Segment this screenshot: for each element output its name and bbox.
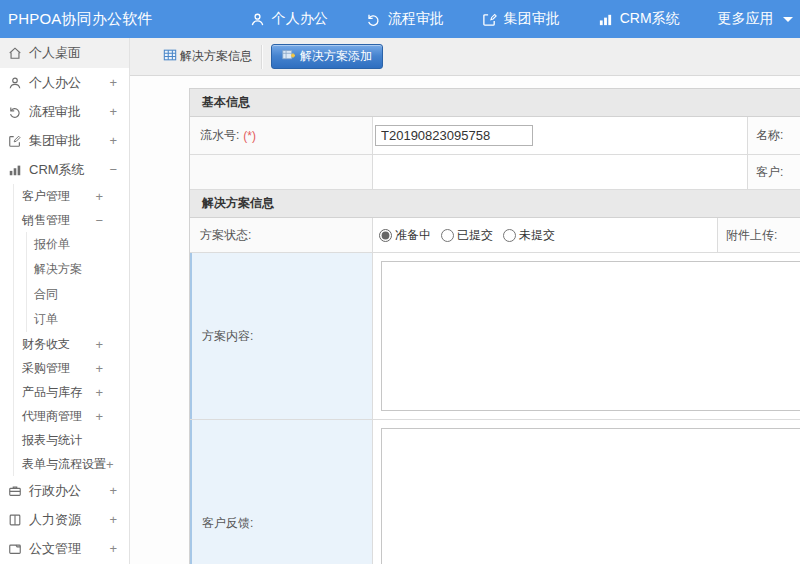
radio-label: 未提交 [519, 227, 555, 244]
radio-label: 准备中 [395, 227, 431, 244]
serial-number-input[interactable] [375, 125, 533, 146]
sidebar-item-document-management[interactable]: 公文管理 + [0, 534, 129, 563]
process-undo-icon [8, 105, 23, 119]
status-field-cell: 准备中 已提交 未提交 [373, 218, 718, 252]
radio-submitted[interactable] [441, 229, 454, 242]
tab-separator [261, 45, 263, 69]
serial-number-field-cell [373, 117, 748, 154]
bar-chart-icon [598, 12, 613, 27]
sidebar-item-personal-office[interactable]: 个人办公 + [0, 68, 129, 97]
sidebar-item-label: 客户管理 [22, 188, 70, 205]
nav-process-approval[interactable]: 流程审批 [347, 0, 463, 38]
expand-icon[interactable]: + [95, 410, 103, 423]
radio-not-submitted[interactable] [503, 229, 516, 242]
sidebar-item-label: 财务收支 [22, 336, 70, 353]
sidebar-item-contract[interactable]: 合同 [27, 282, 129, 307]
serial-number-label-cell: 流水号: (*) [190, 117, 373, 154]
bar-chart-icon [8, 163, 23, 177]
sidebar-item-process-approval[interactable]: 流程审批 + [0, 97, 129, 126]
expand-icon[interactable]: + [109, 513, 117, 526]
sidebar-item-label: 流程审批 [29, 103, 81, 121]
add-record-icon [282, 49, 295, 65]
sidebar-item-label: 个人桌面 [29, 44, 81, 62]
field-label: 流水号: [200, 127, 239, 144]
nav-label: 个人办公 [272, 10, 328, 28]
sidebar-item-sales-management[interactable]: 销售管理 − [14, 208, 129, 232]
sidebar-item-label: 人力资源 [29, 511, 81, 529]
expand-icon[interactable]: + [95, 362, 103, 375]
collapse-icon[interactable]: − [95, 214, 103, 227]
expand-icon[interactable]: + [109, 484, 117, 497]
tab-bar: 解决方案信息 解决方案添加 [130, 38, 800, 76]
sales-submenu: 报价单 解决方案 合同 订单 [26, 232, 129, 332]
sidebar-item-label: 采购管理 [22, 360, 70, 377]
solution-add-button[interactable]: 解决方案添加 [271, 44, 383, 69]
sidebar-item-quotation[interactable]: 报价单 [27, 232, 129, 257]
radio-option-submitted[interactable]: 已提交 [441, 227, 493, 244]
radio-option-not-submitted[interactable]: 未提交 [503, 227, 555, 244]
sidebar-item-purchasing[interactable]: 采购管理 + [14, 356, 129, 380]
nav-more-apps[interactable]: 更多应用 [699, 0, 800, 38]
nav-personal-office[interactable]: 个人办公 [231, 0, 347, 38]
name-label-cell: 名称: [748, 117, 800, 154]
field-label: 附件上传: [726, 227, 777, 244]
sidebar-item-crm-system[interactable]: CRM系统 − [0, 155, 129, 184]
sidebar-item-administration[interactable]: 行政办公 + [0, 476, 129, 505]
feedback-label-cell: 客户反馈: [190, 420, 373, 564]
sidebar-item-label: 集团审批 [29, 132, 81, 150]
table-grid-icon [163, 48, 177, 65]
caret-down-icon [783, 17, 793, 22]
collapse-icon[interactable]: − [109, 163, 117, 176]
feedback-row: 客户反馈: [190, 420, 800, 564]
edit-icon [482, 12, 497, 27]
field-label: 客户反馈: [202, 515, 253, 532]
solution-content-textarea[interactable] [381, 261, 800, 411]
status-row: 方案状态: 准备中 已提交 [190, 218, 800, 253]
sidebar-item-reports-statistics[interactable]: 报表与统计 [14, 428, 129, 452]
sidebar-item-finance[interactable]: 财务收支 + [14, 332, 129, 356]
nav-label: CRM系统 [620, 10, 680, 28]
expand-icon[interactable]: + [95, 386, 103, 399]
crm-submenu: 客户管理 + 销售管理 − 报价单 解决方案 合同 订单 [13, 184, 129, 476]
customer-feedback-textarea[interactable] [381, 428, 800, 564]
sidebar-item-group-approval[interactable]: 集团审批 + [0, 126, 129, 155]
section-header-solution-info: 解决方案信息 [190, 190, 800, 218]
sidebar-item-products-inventory[interactable]: 产品与库存 + [14, 380, 129, 404]
sidebar-item-label: 代理商管理 [22, 408, 82, 425]
sidebar-item-solution[interactable]: 解决方案 [27, 257, 129, 282]
button-label: 解决方案添加 [300, 48, 372, 65]
expand-icon[interactable]: + [106, 458, 114, 471]
edit-icon [8, 134, 23, 148]
expand-icon[interactable]: + [109, 105, 117, 118]
nav-group-approval[interactable]: 集团审批 [463, 0, 579, 38]
sidebar-item-label: 个人办公 [29, 74, 81, 92]
top-header: PHPOA协同办公软件 个人办公 流程审批 [0, 0, 800, 38]
nav-crm-system[interactable]: CRM系统 [579, 0, 699, 38]
briefcase-icon [8, 484, 23, 498]
tab-solution-info[interactable]: 解决方案信息 [163, 48, 261, 65]
sidebar-item-label: 订单 [34, 311, 58, 328]
sidebar-item-label: 报价单 [34, 236, 70, 253]
attachment-label-cell: 附件上传: [718, 218, 800, 252]
sidebar-item-personal-desktop[interactable]: 个人桌面 [0, 38, 129, 68]
expand-icon[interactable]: + [95, 338, 103, 351]
expand-icon[interactable]: + [109, 542, 117, 555]
sidebar-item-agent-management[interactable]: 代理商管理 + [14, 404, 129, 428]
top-nav: 个人办公 流程审批 集团审批 [231, 0, 800, 38]
sidebar-item-human-resources[interactable]: 人力资源 + [0, 505, 129, 534]
expand-icon[interactable]: + [109, 134, 117, 147]
sidebar-item-label: 产品与库存 [22, 384, 82, 401]
expand-icon[interactable]: + [95, 190, 103, 203]
radio-preparing[interactable] [379, 229, 392, 242]
sidebar-item-label: CRM系统 [29, 161, 85, 179]
customer-row: 客户: [190, 155, 800, 190]
solution-form: 基本信息 流水号: (*) 名称: [189, 88, 800, 564]
sidebar-item-order[interactable]: 订单 [27, 307, 129, 332]
radio-option-preparing[interactable]: 准备中 [379, 227, 431, 244]
feedback-field-cell [373, 420, 800, 564]
expand-icon[interactable]: + [109, 76, 117, 89]
sidebar-item-form-process-settings[interactable]: 表单与流程设置 + [14, 452, 129, 476]
sidebar-item-customer-management[interactable]: 客户管理 + [14, 184, 129, 208]
empty-field-cell [373, 155, 748, 189]
document-icon [8, 542, 23, 556]
